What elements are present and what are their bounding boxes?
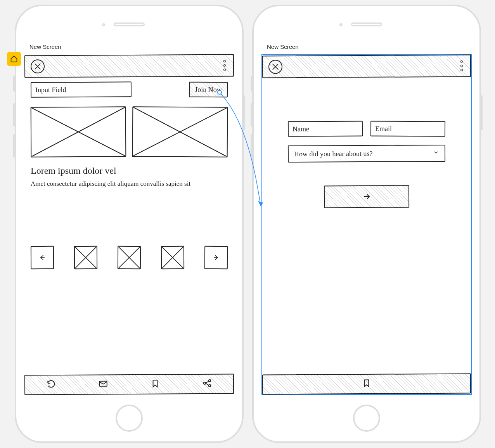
screen-title-1[interactable]: New Screen <box>29 43 61 50</box>
share-icon[interactable] <box>202 378 212 390</box>
device-home-button <box>116 405 143 432</box>
tabbar <box>24 374 234 395</box>
arrow-right-icon <box>212 254 220 261</box>
device-frame-2: New Screen Name Email How did you he <box>252 5 481 443</box>
bookmark-icon[interactable] <box>150 379 160 390</box>
link-origin-handle[interactable] <box>217 90 222 95</box>
device-side-button <box>480 95 483 130</box>
carousel-thumb[interactable] <box>118 246 141 269</box>
chevron-down-icon <box>433 149 439 157</box>
email-field[interactable]: Email <box>370 121 445 137</box>
kebab-menu-icon[interactable] <box>459 61 465 71</box>
carousel-prev-button[interactable] <box>31 246 54 269</box>
device-side-button <box>13 103 16 126</box>
submit-button[interactable] <box>324 185 409 208</box>
screen-2[interactable]: Name Email How did you hear about us? <box>261 54 472 395</box>
device-camera <box>102 23 105 26</box>
svg-point-3 <box>209 385 211 387</box>
navbar <box>24 54 234 78</box>
device-camera <box>339 23 343 26</box>
device-side-button <box>251 134 253 157</box>
carousel-thumb[interactable] <box>74 246 97 269</box>
device-speaker <box>351 22 382 26</box>
heading: Lorem ipsum dolor vel <box>31 166 228 176</box>
device-side-button <box>13 76 16 92</box>
kebab-menu-icon[interactable] <box>222 60 228 71</box>
arrow-right-icon <box>362 192 371 201</box>
bookmark-icon[interactable] <box>362 378 372 390</box>
search-input[interactable]: Input Field <box>31 81 132 97</box>
device-frame-1: New Screen Input Field Join Now <box>15 5 244 443</box>
mail-icon[interactable] <box>98 379 108 390</box>
carousel-thumb[interactable] <box>161 246 184 269</box>
device-side-button <box>251 76 253 92</box>
close-icon[interactable] <box>268 60 282 74</box>
device-speaker <box>114 22 145 26</box>
screen-title-2[interactable]: New Screen <box>267 43 299 50</box>
carousel-next-button[interactable] <box>204 246 228 269</box>
image-placeholder[interactable] <box>132 106 228 157</box>
tabbar <box>262 374 471 395</box>
body-text: Amet consectetur adipiscing elit aliquam… <box>31 180 228 188</box>
select-label: How did you hear about us? <box>294 149 373 158</box>
refresh-icon[interactable] <box>46 379 56 391</box>
device-home-button <box>353 405 380 432</box>
navbar <box>262 55 471 78</box>
screen-content: Name Email How did you hear about us? <box>268 82 465 371</box>
home-icon <box>10 55 18 63</box>
svg-point-2 <box>209 380 211 382</box>
join-now-button[interactable]: Join Now <box>189 82 228 98</box>
svg-point-1 <box>204 382 206 384</box>
device-side-button <box>251 103 253 126</box>
screen-1[interactable]: Input Field Join Now Lorem ipsum dolor v… <box>24 54 234 395</box>
referral-select[interactable]: How did you hear about us? <box>288 145 445 163</box>
arrow-left-icon <box>38 254 46 261</box>
device-side-button <box>243 95 245 130</box>
home-screen-badge[interactable] <box>7 52 21 66</box>
name-field[interactable]: Name <box>288 121 363 137</box>
device-side-button <box>13 134 16 157</box>
screen-content: Input Field Join Now Lorem ipsum dolor v… <box>31 82 228 371</box>
close-icon[interactable] <box>31 59 45 73</box>
image-placeholder[interactable] <box>31 106 126 157</box>
